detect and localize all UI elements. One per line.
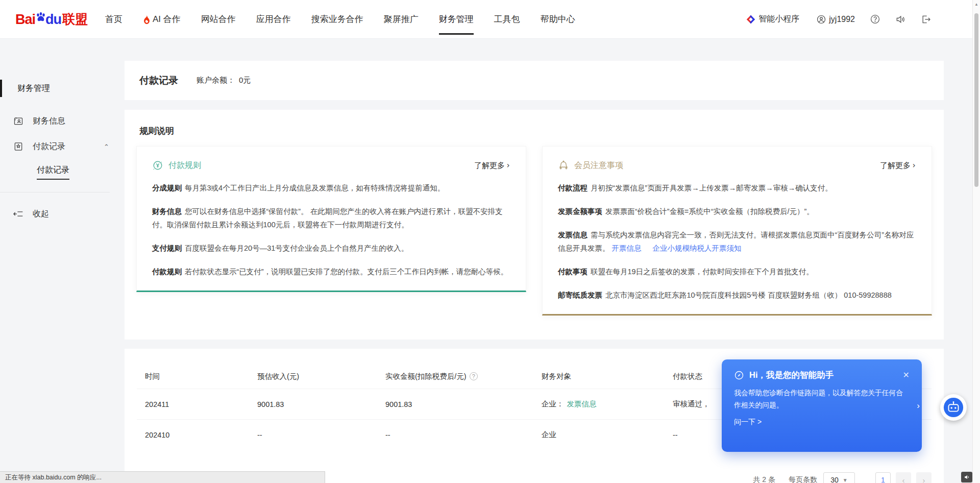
- payment-rules-more-link[interactable]: 了解更多›: [474, 161, 510, 171]
- assistant-compass-icon: [734, 370, 744, 380]
- miniprogram-diamond-icon: [746, 15, 755, 24]
- sidebar-subitem-payment-records[interactable]: 付款记录: [0, 159, 125, 185]
- user-icon: [817, 15, 826, 24]
- member-notice-card: 会员注意事项 了解更多› 付款流程月初按“发票信息”页面开具发票→上传发票→邮寄…: [542, 146, 932, 316]
- rule-item: 分成规则每月第3或4个工作日产出上月分成信息及发票信息，如有特殊情况将提前通知。: [152, 181, 510, 195]
- logo-text-du: du: [45, 12, 61, 28]
- rule-item: 付款流程月初按“发票信息”页面开具发票→上传发票→邮寄发票→审核→确认支付。: [558, 181, 916, 195]
- member-notice-title: 会员注意事项: [574, 160, 623, 171]
- nav-item-toolkit[interactable]: 工具包: [494, 0, 520, 39]
- pagination: 共 2 条 每页条数 30▼ 1 ‹ ›: [753, 472, 932, 483]
- col-header-target: 财务对象: [542, 372, 673, 381]
- logo-text-union: 联盟: [62, 11, 88, 28]
- nav-item-juping[interactable]: 聚屏推广: [384, 0, 419, 39]
- payment-rules-card: 付款规则 了解更多› 分成规则每月第3或4个工作日产出上月分成信息及发票信息，如…: [136, 146, 526, 292]
- question-circle-icon[interactable]: ?: [470, 372, 478, 380]
- assistant-robot-button[interactable]: [940, 394, 967, 421]
- total-count: 共 2 条: [753, 475, 775, 483]
- page-number-1[interactable]: 1: [875, 472, 891, 483]
- nav-item-home[interactable]: 首页: [105, 0, 122, 39]
- help-icon[interactable]: [870, 14, 880, 24]
- member-bell-icon: [558, 160, 569, 171]
- prev-page-button[interactable]: ‹: [896, 472, 911, 483]
- page-header-card: 付款记录 账户余额：0元: [125, 61, 944, 100]
- member-notice-more-link[interactable]: 了解更多›: [880, 161, 916, 171]
- baidu-union-logo[interactable]: Bai du 联盟: [15, 11, 88, 28]
- sidebar-divider: [0, 192, 110, 192]
- rule-item: 支付规则百度联盟会在每月20号—31号支付企业会员上个自然月产生的收入。: [152, 242, 510, 255]
- finance-info-icon: [13, 116, 23, 126]
- coin-yuan-icon: [152, 160, 163, 171]
- logo-text-bai: Bai: [15, 12, 35, 28]
- page-scrollbar[interactable]: ▲: [972, 0, 980, 483]
- rules-card: 规则说明 付款规则 了解更多› 分成规则每月第3或4个工作日产出上月分成信息及发…: [125, 110, 944, 340]
- assistant-title: Hi，我是您的智能助手: [749, 370, 834, 381]
- col-header-time: 时间: [137, 372, 257, 381]
- top-navigation: Bai du 联盟 首页 AI 合作 网站合作 应用合作 搜索业务合作 聚屏推广…: [0, 0, 980, 39]
- col-header-actual: 实收金额(扣除税费后/元) ?: [385, 372, 542, 381]
- sidebar-collapse-button[interactable]: 收起: [0, 203, 125, 225]
- rule-item: 财务信息您可以在财务信息中选择“保留付款”。 在此期间您产生的收入将在账户内进行…: [152, 205, 510, 231]
- corner-speaker-icon[interactable]: [961, 472, 972, 482]
- baidu-paw-icon: [35, 11, 46, 25]
- nav-item-website[interactable]: 网站合作: [201, 0, 236, 39]
- balance-value: 0元: [239, 76, 251, 84]
- payment-rules-title: 付款规则: [168, 160, 201, 171]
- close-icon[interactable]: ✕: [903, 371, 910, 379]
- nav-item-ai[interactable]: AI 合作: [143, 0, 181, 39]
- rule-item: 付款事项联盟在每月19日之后签收的发票，付款时间安排在下个月首批支付。: [558, 265, 916, 278]
- sidebar-item-finance-info[interactable]: 财务信息: [0, 108, 125, 134]
- nav-right-area: 智能小程序 jyj1992: [729, 14, 931, 25]
- small-taxpayer-notice-link[interactable]: 企业小规模纳税人开票须知: [653, 244, 742, 252]
- smart-miniprogram-link[interactable]: 智能小程序: [746, 14, 799, 25]
- flame-icon: [143, 15, 151, 24]
- rule-item: 发票信息需与系统内发票信息内容完全一致，否则无法支付。请根据发票信息页面中“百度…: [558, 228, 916, 255]
- rule-item: 邮寄纸质发票北京市海淀区西北旺东路10号院百度科技园5号楼 百度联盟财务组（收）…: [558, 288, 916, 302]
- scroll-up-arrow[interactable]: ▲: [974, 2, 978, 7]
- assistant-message: 我会帮助您诊断合作链路问题，以及解答您关于任何合作相关的问题。: [734, 387, 910, 412]
- page-title: 付款记录: [139, 74, 178, 87]
- nav-item-help-center[interactable]: 帮助中心: [541, 0, 575, 39]
- nav-item-app[interactable]: 应用合作: [256, 0, 291, 39]
- ask-now-link[interactable]: 问一下 >: [734, 418, 910, 427]
- per-page-label: 每页条数: [789, 475, 817, 483]
- account-balance: 账户余额：0元: [197, 76, 251, 85]
- invoice-info-link[interactable]: 开票信息: [612, 244, 642, 252]
- chevron-right-icon[interactable]: ›: [917, 401, 920, 411]
- next-page-button[interactable]: ›: [916, 472, 932, 483]
- chevron-up-icon[interactable]: ⌃: [104, 143, 109, 151]
- robot-icon: [943, 397, 964, 418]
- per-page-select[interactable]: 30▼: [823, 472, 855, 483]
- nav-item-finance[interactable]: 财务管理: [439, 0, 474, 39]
- user-account[interactable]: jyj1992: [817, 15, 855, 24]
- sidebar-section-finance[interactable]: 财务管理: [0, 80, 125, 97]
- sound-icon[interactable]: [895, 14, 905, 25]
- payment-records-icon: [13, 141, 23, 152]
- invoice-info-table-link[interactable]: 发票信息: [567, 400, 597, 408]
- logout-icon[interactable]: [921, 14, 931, 25]
- rules-heading: 规则说明: [139, 125, 932, 137]
- smart-assistant-popup: Hi，我是您的智能助手 ✕ 我会帮助您诊断合作链路问题，以及解答您关于任何合作相…: [722, 359, 922, 452]
- scrollbar-thumb[interactable]: [974, 13, 978, 187]
- active-section-indicator: [0, 80, 2, 97]
- rule-item: 付款规则若付款状态显示“已支付”，说明联盟已安排了您的付款。支付后三个工作日内到…: [152, 265, 510, 278]
- nav-item-search-biz[interactable]: 搜索业务合作: [311, 0, 363, 39]
- caret-down-icon: ▼: [843, 477, 848, 483]
- col-header-estimated: 预估收入(元): [257, 372, 385, 381]
- main-menu: 首页 AI 合作 网站合作 应用合作 搜索业务合作 聚屏推广 财务管理 工具包 …: [105, 0, 596, 39]
- collapse-icon: [13, 210, 23, 218]
- sidebar-item-payment-records[interactable]: 付款记录 ⌃: [0, 134, 125, 159]
- sidebar: 财务管理 财务信息 付款记录 ⌃ 付款记录 收起: [0, 39, 125, 483]
- rule-item: 发票金额事项发票票面“价税合计”金额=系统中“实收金额（扣除税费后/元）”。: [558, 205, 916, 218]
- browser-status-bar: 正在等待 xlab.baidu.com 的响应...: [0, 471, 325, 483]
